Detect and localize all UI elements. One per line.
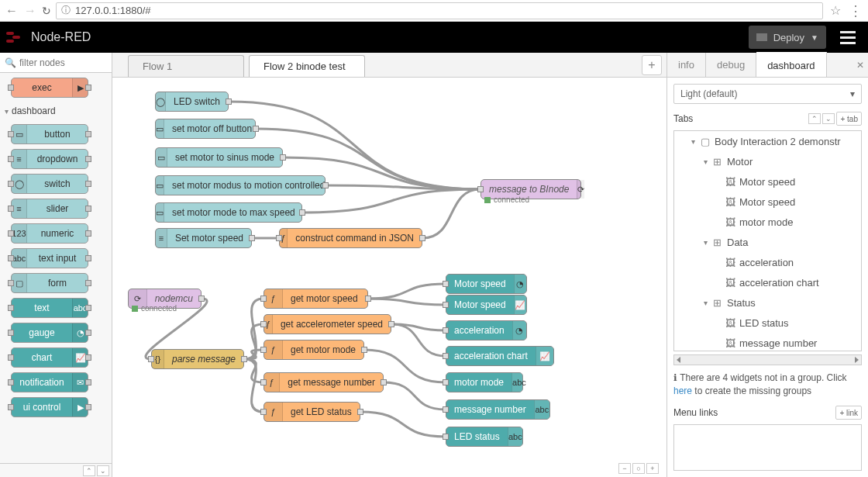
theme-select[interactable]: Light (default)▾ (673, 84, 862, 104)
output-port[interactable] (381, 379, 387, 385)
palette-node-text[interactable]: abctext (11, 298, 88, 318)
close-icon[interactable]: ✕ (852, 53, 868, 77)
flow-node-acc[interactable]: ◔acceleration (446, 320, 527, 340)
wire[interactable] (384, 382, 446, 410)
workspace-canvas[interactable]: − ○ + ◯LED switch▭set motor off button▭s… (112, 78, 666, 477)
expand-icon[interactable]: ⌃ (808, 113, 821, 124)
flow-node-json[interactable]: ƒconstruct command in JSON (279, 228, 422, 248)
tree-row[interactable]: 🖼Motor speed (674, 171, 861, 192)
wire[interactable] (368, 299, 446, 305)
palette-search[interactable]: 🔍 (0, 53, 112, 73)
add-link-button[interactable]: + link (835, 406, 862, 420)
flow-node-off[interactable]: ▭set motor off button (155, 119, 256, 139)
browser-menu-icon[interactable]: ⋮ (848, 2, 863, 19)
wire[interactable] (360, 412, 446, 437)
palette-node-exec[interactable]: ▶exec (11, 78, 88, 98)
workspace-tab[interactable]: Flow 1 (128, 55, 244, 77)
input-port[interactable] (477, 186, 484, 192)
output-port[interactable] (357, 409, 363, 415)
output-port[interactable] (361, 347, 367, 353)
input-port[interactable] (443, 406, 449, 413)
input-port[interactable] (276, 235, 282, 241)
palette-node-numeric[interactable]: 123numeric (11, 223, 88, 244)
output-port[interactable] (299, 209, 305, 216)
add-tab-button[interactable]: + (642, 55, 662, 75)
input-port[interactable] (443, 327, 449, 334)
palette-node-chart[interactable]: 📈chart (11, 347, 88, 368)
flow-node-ls[interactable]: abcLED status (446, 427, 523, 447)
output-port[interactable] (322, 182, 329, 188)
flow-node-motion[interactable]: ▭set motor modus to motion controlled (155, 175, 326, 195)
palette-node-form[interactable]: ▢form (11, 273, 88, 293)
palette-category[interactable]: ▾dashboard (0, 102, 112, 119)
tree-row[interactable]: ▾▢Body Interaction 2 demonstr (674, 131, 861, 151)
output-port[interactable] (419, 235, 425, 241)
create-groups-link[interactable]: here (673, 385, 692, 396)
wire[interactable] (422, 189, 480, 238)
tree-scrollbar[interactable] (673, 354, 862, 365)
sidebar-tab-dashboard[interactable]: dashboard (756, 52, 826, 77)
palette-node-notification[interactable]: ✉notification (11, 372, 88, 392)
palette-node-text-input[interactable]: abctext input (11, 248, 88, 268)
tree-row[interactable]: 🖼acceleration chart (674, 272, 861, 292)
flow-node-accC[interactable]: 📈acceleration chart (446, 346, 554, 366)
flow-node-gmn[interactable]: ƒget message number (264, 372, 384, 392)
output-port[interactable] (280, 154, 286, 161)
wire[interactable] (368, 284, 446, 299)
bookmark-icon[interactable]: ☆ (828, 3, 843, 18)
input-port[interactable] (260, 379, 267, 385)
flow-node-gmm[interactable]: ƒget motor mode (264, 340, 364, 360)
flow-node-ms1[interactable]: ◔Motor speed (446, 274, 527, 294)
flow-node-gls[interactable]: ƒget LED status (264, 402, 360, 422)
tree-row[interactable]: 🖼Motor speed (674, 192, 861, 212)
palette-node-button[interactable]: ▭button (11, 124, 88, 144)
input-port[interactable] (260, 347, 267, 353)
input-port[interactable] (260, 409, 267, 415)
add-tab-button[interactable]: + tab (836, 112, 862, 126)
tree-row[interactable]: 🖼motor mode (674, 212, 861, 232)
sidebar-tab-info[interactable]: info (667, 53, 706, 77)
output-port[interactable] (226, 99, 232, 105)
output-port[interactable] (249, 235, 255, 241)
input-port[interactable] (260, 296, 267, 302)
wire[interactable] (391, 324, 446, 356)
flow-node-max[interactable]: ▭set motor mode to max speed (155, 202, 302, 223)
palette-node-dropdown[interactable]: ≡dropdown (11, 149, 88, 169)
palette-node-gauge[interactable]: ◔gauge (11, 323, 88, 343)
flow-node-mm[interactable]: abcmotor mode (446, 372, 523, 392)
deploy-button[interactable]: Deploy ▼ (749, 26, 826, 49)
wire[interactable] (244, 359, 264, 412)
tree-row[interactable]: 🖼LED status (674, 313, 861, 333)
zoom-out-button[interactable]: − (618, 463, 631, 474)
tree-row[interactable]: ▾⊞Motor (674, 151, 861, 171)
output-port[interactable] (365, 296, 371, 302)
flow-node-speed[interactable]: ≡Set motor speed (155, 228, 252, 248)
palette-node-slider[interactable]: ≡slider (11, 199, 88, 219)
url-bar[interactable]: ⓘ 127.0.0.1:1880/# (56, 2, 823, 19)
workspace-tab[interactable]: Flow 2 binode test (249, 55, 365, 77)
collapse-icon[interactable]: ⌄ (822, 113, 835, 124)
palette-up-button[interactable]: ⌃ (83, 465, 95, 476)
input-port[interactable] (443, 379, 449, 385)
zoom-in-button[interactable]: + (646, 463, 659, 474)
flow-node-gas[interactable]: ƒget accelerometer speed (264, 314, 391, 334)
input-port[interactable] (443, 281, 449, 287)
tree-row[interactable]: 🖼acceleration (674, 252, 861, 272)
input-port[interactable] (443, 434, 449, 440)
zoom-reset-button[interactable]: ○ (632, 463, 645, 474)
palette-filter-input[interactable] (18, 57, 95, 69)
flow-node-gms[interactable]: ƒget motor speed (264, 289, 368, 309)
flow-node-led[interactable]: ◯LED switch (155, 92, 229, 112)
input-port[interactable] (443, 353, 449, 359)
flow-node-sinus[interactable]: ▭set motor to sinus mode (155, 147, 283, 168)
reload-icon[interactable]: ↻ (42, 5, 51, 17)
hamburger-menu-icon[interactable] (834, 26, 862, 49)
flow-node-mn[interactable]: abcmessage number (446, 399, 550, 420)
input-port[interactable] (443, 302, 449, 308)
back-icon[interactable]: ← (5, 4, 19, 18)
palette-node-ui-control[interactable]: ▶ui control (11, 397, 88, 417)
flow-node-ms2[interactable]: 📈Motor speed (446, 295, 527, 315)
tree-row[interactable]: ▾⊞Status (674, 292, 861, 313)
tree-row[interactable]: ▾⊞Data (674, 232, 861, 252)
flow-node-parse[interactable]: {}parse message (151, 349, 244, 369)
